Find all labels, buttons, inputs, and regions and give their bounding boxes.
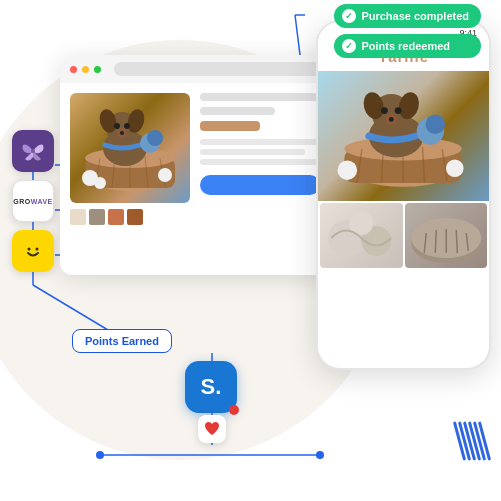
product-title-bar-short [200,107,275,115]
browser-url-bar [114,62,350,76]
product-image [70,93,190,203]
swatch-4[interactable] [127,209,143,225]
svg-point-53 [338,160,358,180]
svg-point-13 [96,451,104,459]
brand-logos: GROWAVE [12,130,54,272]
svg-line-4 [33,285,108,330]
svg-point-52 [389,117,394,122]
mobile-product-image [318,71,489,201]
svg-point-50 [395,107,402,114]
check-icon-points [342,39,356,53]
growave-label: GROWAVE [13,198,53,205]
browser-content [60,83,360,275]
svg-point-34 [94,177,106,189]
growave-text-logo[interactable]: GROWAVE [12,180,54,222]
color-swatches [70,209,190,225]
swatch-3[interactable] [108,209,124,225]
product-image-area [70,93,190,265]
purchase-notification: Purchase completed [334,4,481,28]
svg-point-70 [36,248,39,251]
browser-dot-red [70,66,77,73]
browser-dot-green [94,66,101,73]
heart-icon-container[interactable] [198,415,226,443]
notifications-container: Purchase completed Points redeemed [334,4,481,58]
svg-point-28 [114,123,120,129]
shopify-letter: S. [201,374,222,400]
product-desc-1 [200,139,335,145]
growave-butterfly-logo[interactable] [12,130,54,172]
svg-point-54 [446,159,464,177]
mobile-product-grid [318,201,489,270]
svg-line-63 [435,230,436,253]
mobile-grid-img-1 [320,203,403,268]
points-earned-badge: Points Earned [72,329,172,353]
svg-line-65 [456,230,457,253]
points-earned-label: Points Earned [85,335,159,347]
mobile-content: Yarnie [318,44,489,270]
product-title-bar [200,93,320,101]
swatch-2[interactable] [89,209,105,225]
browser-bar [60,55,360,83]
svg-line-6 [295,15,300,55]
blue-decorative-lines [458,421,486,461]
shopify-logo[interactable]: S. [185,361,237,413]
check-icon-purchase [342,9,356,23]
mobile-grid-img-2 [405,203,488,268]
product-price-bar [200,121,260,131]
browser-dot-yellow [82,66,89,73]
swatch-1[interactable] [70,209,86,225]
svg-point-49 [381,107,388,114]
product-desc-3 [200,159,320,165]
svg-point-12 [316,451,324,459]
svg-point-67 [31,149,35,153]
svg-point-69 [28,248,31,251]
smile-logo[interactable] [12,230,54,272]
svg-point-31 [120,131,124,135]
svg-point-36 [147,130,163,146]
purchase-label: Purchase completed [361,10,469,22]
browser-mockup [60,55,360,275]
shopify-dot [229,405,239,415]
heart-icon [203,420,221,438]
points-notification: Points redeemed [334,34,481,58]
main-container: Purchase completed Points redeemed [0,0,501,501]
mobile-mockup: 9:41 Yarnie [316,20,491,370]
svg-point-29 [124,123,130,129]
product-desc-2 [200,149,305,155]
svg-point-56 [425,115,445,135]
svg-point-68 [21,239,45,263]
points-label: Points redeemed [361,40,450,52]
svg-point-33 [158,168,172,182]
add-to-cart-button[interactable] [200,175,320,195]
